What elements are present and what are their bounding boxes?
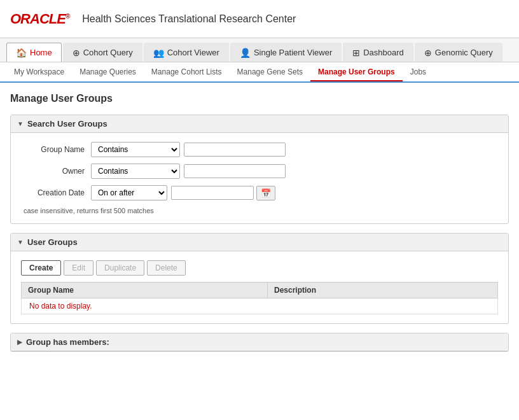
duplicate-button[interactable]: Duplicate (96, 260, 144, 276)
create-button[interactable]: Create (21, 260, 61, 276)
owner-operator[interactable]: Contains Starts With Ends With Equals (91, 164, 180, 179)
tab-genomic-query[interactable]: ⊕ Genomic Query (415, 43, 502, 62)
app-header: ORACLE® Health Sciences Translational Re… (0, 0, 519, 38)
cohort-viewer-icon: 👥 (153, 48, 164, 58)
user-groups-collapse-icon: ▼ (17, 239, 24, 246)
owner-input[interactable] (184, 164, 286, 178)
col-group-name: Group Name (22, 283, 268, 298)
genomic-query-icon: ⊕ (424, 48, 432, 58)
creation-date-label: Creation Date (21, 188, 91, 197)
table-header-row: Group Name Description (22, 283, 498, 298)
tab-cohort-viewer[interactable]: 👥 Cohort Viewer (144, 43, 229, 62)
sub-nav-manage-cohort-lists[interactable]: Manage Cohort Lists (144, 64, 230, 81)
top-nav: 🏠 Home ⊕ Cohort Query 👥 Cohort Viewer 👤 … (0, 38, 519, 62)
tab-home[interactable]: 🏠 Home (6, 43, 62, 62)
delete-button[interactable]: Delete (147, 260, 186, 276)
sub-nav: My Workspace Manage Queries Manage Cohor… (0, 62, 519, 83)
search-panel-header[interactable]: ▼ Search User Groups (11, 115, 508, 133)
group-members-collapse-icon: ▶ (17, 339, 22, 346)
group-name-input[interactable] (184, 143, 286, 157)
user-groups-panel-header[interactable]: ▼ User Groups (11, 234, 508, 251)
search-user-groups-panel: ▼ Search User Groups Group Name Contains… (10, 115, 509, 224)
sub-nav-manage-user-groups[interactable]: Manage User Groups (310, 64, 403, 81)
sub-nav-manage-gene-sets[interactable]: Manage Gene Sets (230, 64, 310, 81)
creation-date-row: Creation Date On or after On or before O… (21, 185, 498, 200)
user-groups-panel-body: Create Edit Duplicate Delete Group Name … (11, 251, 508, 323)
single-patient-icon: 👤 (240, 48, 251, 58)
owner-label: Owner (21, 167, 91, 176)
no-data-text: No data to display. (28, 298, 93, 314)
sub-nav-manage-queries[interactable]: Manage Queries (72, 64, 144, 81)
home-icon: 🏠 (16, 48, 27, 58)
sub-nav-jobs[interactable]: Jobs (403, 64, 434, 81)
group-name-label: Group Name (21, 145, 91, 154)
user-groups-toolbar: Create Edit Duplicate Delete (21, 260, 498, 276)
calendar-button[interactable]: 📅 (256, 186, 275, 200)
col-description: Description (267, 283, 497, 298)
search-help-text: case insensitive, returns first 500 matc… (21, 207, 498, 214)
user-groups-panel: ▼ User Groups Create Edit Duplicate Dele… (10, 233, 509, 324)
group-name-operator[interactable]: Contains Starts With Ends With Equals (91, 142, 180, 157)
cohort-query-icon: ⊕ (73, 48, 80, 58)
collapse-icon: ▼ (17, 120, 24, 127)
tab-single-patient-viewer[interactable]: 👤 Single Patient Viewer (230, 43, 342, 62)
creation-date-operator[interactable]: On or after On or before On Between (91, 185, 167, 200)
no-data-row: No data to display. (22, 298, 498, 314)
search-panel-body: Group Name Contains Starts With Ends Wit… (11, 133, 508, 223)
app-title: Health Sciences Translational Research C… (82, 13, 296, 25)
dashboard-icon: ⊞ (352, 48, 360, 58)
user-groups-table: Group Name Description No data to displa… (21, 282, 498, 314)
group-members-panel-header[interactable]: ▶ Group has members: (11, 333, 508, 351)
oracle-logo: ORACLE® (10, 11, 69, 27)
owner-row: Owner Contains Starts With Ends With Equ… (21, 164, 498, 179)
page-title: Manage User Groups (10, 93, 509, 104)
main-content: Manage User Groups ▼ Search User Groups … (0, 83, 519, 420)
edit-button[interactable]: Edit (64, 260, 93, 276)
user-groups-tbody: No data to display. (22, 298, 498, 314)
tab-cohort-query[interactable]: ⊕ Cohort Query (63, 43, 142, 62)
group-name-row: Group Name Contains Starts With Ends Wit… (21, 142, 498, 157)
group-members-panel: ▶ Group has members: (10, 333, 509, 352)
sub-nav-my-workspace[interactable]: My Workspace (6, 64, 72, 81)
tab-dashboard[interactable]: ⊞ Dashboard (343, 43, 413, 62)
creation-date-input[interactable] (171, 186, 254, 200)
